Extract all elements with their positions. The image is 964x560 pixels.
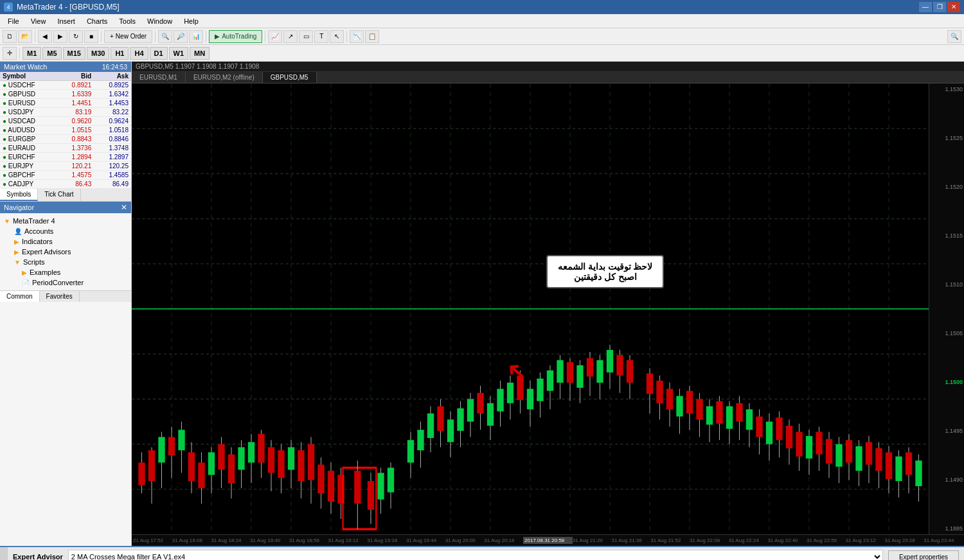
tb-line[interactable]: 📈 <box>268 30 282 43</box>
mw-row[interactable]: ● USDCAD 0.9620 0.9624 <box>0 117 131 126</box>
mw-row[interactable]: ● CADJPY 86.43 86.49 <box>0 180 131 189</box>
time-17: 31 Aug 22:40 <box>767 538 807 543</box>
mw-symbol-0: ● USDCHF <box>0 81 57 90</box>
nav-item-expert-advisors[interactable]: ▶ Expert Advisors <box>0 247 131 257</box>
time-20: 31 Aug 23:28 <box>885 538 924 543</box>
nav-item-indicators[interactable]: ▶ Indicators <box>0 236 131 247</box>
restore-button[interactable]: ❐ <box>933 2 946 12</box>
tf-mn[interactable]: MN <box>190 47 210 60</box>
menu-view[interactable]: View <box>26 16 51 26</box>
price-6: 1.1505 <box>931 330 963 337</box>
time-21: 31 Aug 23:44 <box>924 538 963 543</box>
nav-item-period-converter[interactable]: 📄 PeriodConverter <box>0 277 131 288</box>
chart-tab-eurusd-m1[interactable]: EURUSD,M1 <box>132 72 186 83</box>
mw-row[interactable]: ● AUDUSD 1.0515 1.0518 <box>0 126 131 135</box>
left-panel: Market Watch 16:24:53 Symbol Bid Ask ● U… <box>0 62 132 546</box>
tb-fwd-btn[interactable]: ▶ <box>53 30 67 43</box>
svg-rect-168 <box>846 440 852 462</box>
tb-search[interactable]: 🔍 <box>947 30 961 43</box>
time-7: 31 Aug 19:28 <box>367 538 406 543</box>
tb-crosshair[interactable]: ✛ <box>3 47 17 60</box>
mw-ask-4: 0.9624 <box>94 117 131 126</box>
navigator: Navigator ✕ ▼ MetaTrader 4 👤 Accounts ▶ … <box>0 202 131 546</box>
menu-window[interactable]: Window <box>142 16 177 26</box>
mw-row[interactable]: ● EURGBP 0.8843 0.8846 <box>0 135 131 144</box>
tb-template[interactable]: 📋 <box>365 30 379 43</box>
toolbar1: 🗋 📂 ◀ ▶ ↻ ■ + New Order 🔍 🔎 📊 ▶ AutoTrad… <box>0 28 964 45</box>
mw-ask-3: 83.22 <box>94 108 131 117</box>
nav-item-accounts[interactable]: 👤 Accounts <box>0 226 131 236</box>
tb-open-btn[interactable]: 📂 <box>18 30 32 43</box>
market-watch-header: Market Watch 16:24:53 <box>0 62 131 72</box>
tf-m30[interactable]: M30 <box>87 47 109 60</box>
mw-symbol-5: ● AUDUSD <box>0 126 57 135</box>
menu-help[interactable]: Help <box>179 16 204 26</box>
mw-row[interactable]: ● EURCHF 1.2894 1.2897 <box>0 153 131 162</box>
chart-tab-gbpusd-m5[interactable]: GBPUSD,M5 <box>263 72 317 83</box>
tf-m1[interactable]: M1 <box>22 47 41 60</box>
mw-bid-6: 0.8843 <box>57 135 94 144</box>
mw-row[interactable]: ● GBPUSD 1.6339 1.6342 <box>0 90 131 99</box>
svg-rect-106 <box>527 389 533 409</box>
tb-stop-btn[interactable]: ■ <box>84 30 98 43</box>
mw-row[interactable]: ● EURAUD 1.3736 1.3748 <box>0 144 131 153</box>
expert-properties-button[interactable]: Expert properties <box>888 550 959 560</box>
nav-item-metatrader4[interactable]: ▼ MetaTrader 4 <box>0 216 131 226</box>
close-button[interactable]: ✕ <box>947 2 960 12</box>
mw-tab-tick[interactable]: Tick Chart <box>38 189 80 201</box>
price-5: 1.1510 <box>931 281 963 288</box>
nav-item-scripts[interactable]: ▼ Scripts <box>0 257 131 267</box>
tb-text[interactable]: T <box>314 30 328 43</box>
svg-rect-180 <box>906 452 912 475</box>
tb-refresh-btn[interactable]: ↻ <box>69 30 83 43</box>
mw-tab-symbols[interactable]: Symbols <box>0 189 38 201</box>
tb-sep2 <box>101 31 102 42</box>
nav-tab-favorites[interactable]: Favorites <box>40 291 80 302</box>
minimize-button[interactable]: — <box>919 2 932 12</box>
tf-h4[interactable]: H4 <box>130 47 148 60</box>
navigator-close-button[interactable]: ✕ <box>121 203 127 212</box>
price-1: 1.1530 <box>931 86 963 92</box>
tb-cursor[interactable]: ↖ <box>330 30 344 43</box>
tf-h1[interactable]: H1 <box>111 47 129 60</box>
tb-rect[interactable]: ▭ <box>299 30 313 43</box>
mw-row[interactable]: ● USDCHF 0.8921 0.8925 <box>0 81 131 90</box>
mw-ask-7: 1.3748 <box>94 144 131 153</box>
tf-d1[interactable]: D1 <box>150 47 168 60</box>
autotrading-button[interactable]: ▶ AutoTrading <box>209 30 262 43</box>
tb-indicator[interactable]: 📉 <box>350 30 364 43</box>
mw-row[interactable]: ● EURUSD 1.4451 1.4453 <box>0 99 131 108</box>
tester-header: Expert Advisor 2 MA Crosses Mega filter … <box>8 547 964 560</box>
menu-tools[interactable]: Tools <box>114 16 141 26</box>
nav-item-examples[interactable]: ▶ Examples <box>0 267 131 277</box>
tf-m15[interactable]: M15 <box>63 47 85 60</box>
nav-ea-label: Expert Advisors <box>22 248 71 256</box>
tb-new-btn[interactable]: 🗋 <box>3 30 17 43</box>
tf-w1[interactable]: W1 <box>169 47 189 60</box>
time-10: 31 Aug 20:16 <box>484 538 523 543</box>
mw-row[interactable]: ● USDJPY 83.19 83.22 <box>0 108 131 117</box>
svg-rect-31 <box>138 462 145 485</box>
tb-arrow[interactable]: ↗ <box>283 30 298 43</box>
chart-tab-eurusd-m2[interactable]: EURUSD,M2 (offline) <box>186 72 263 83</box>
tf-m5[interactable]: M5 <box>42 47 61 60</box>
mw-row[interactable]: ● EURJPY 120.21 120.25 <box>0 162 131 171</box>
svg-rect-51 <box>238 447 244 469</box>
main-area: Market Watch 16:24:53 Symbol Bid Ask ● U… <box>0 62 964 546</box>
svg-rect-140 <box>706 407 713 425</box>
menu-charts[interactable]: Charts <box>82 16 112 26</box>
svg-rect-47 <box>218 444 224 470</box>
chart-tabs: EURUSD,M1 EURUSD,M2 (offline) GBPUSD,M5 <box>132 72 964 83</box>
menu-insert[interactable]: Insert <box>52 16 80 26</box>
nav-tab-common[interactable]: Common <box>0 291 40 302</box>
tb-chart-type[interactable]: 📊 <box>189 30 203 43</box>
tb-back-btn[interactable]: ◀ <box>38 30 52 43</box>
ea-dropdown[interactable]: 2 MA Crosses Mega filter EA V1.ex4 <box>68 550 883 560</box>
tb-zoom-in[interactable]: 🔍 <box>158 30 172 43</box>
mw-row[interactable]: ● GBPCHF 1.4575 1.4585 <box>0 171 131 180</box>
titlebar: 4 MetaTrader 4 - [GBPUSD,M5] — ❐ ✕ <box>0 0 964 14</box>
new-order-button[interactable]: + New Order <box>104 30 152 43</box>
svg-rect-65 <box>308 444 314 480</box>
menu-file[interactable]: File <box>3 16 24 26</box>
tb-zoom-out[interactable]: 🔎 <box>174 30 188 43</box>
